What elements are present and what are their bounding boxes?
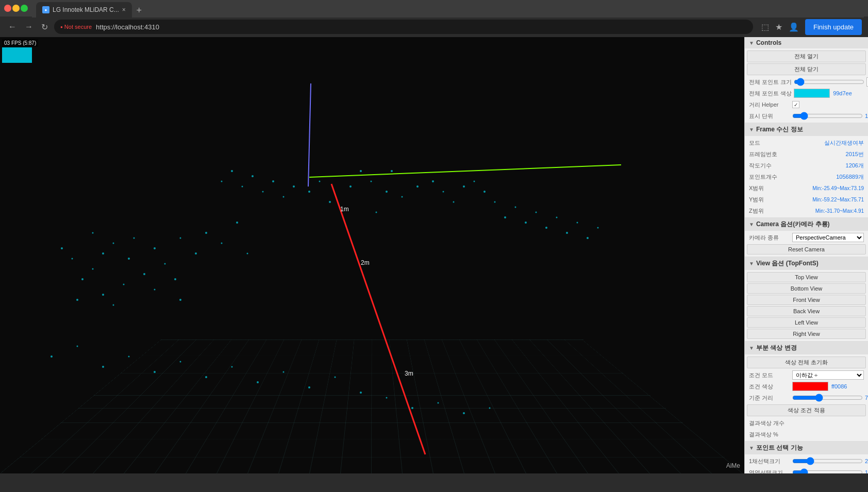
address-bar[interactable]: Not secure https://localhost:4310 <box>54 20 753 34</box>
window-minimize-btn[interactable] <box>12 5 20 12</box>
camera-section: ▼ Camera 옵션(카메라 추룡) 카메라 종류 PerspectiveCa… <box>745 218 868 257</box>
camera-type-select[interactable]: PerspectiveCamera <box>792 233 864 242</box>
color-section-header[interactable]: ▼ 부분 색상 변경 <box>745 342 868 354</box>
svg-point-41 <box>483 191 486 193</box>
view-section-header[interactable]: ▼ View 옵션 (TopFontS) <box>745 257 868 270</box>
view-title: View 옵션 (TopFontS) <box>756 259 819 268</box>
open-all-btn[interactable]: 전체 열기 <box>747 50 866 62</box>
point-chevron: ▼ <box>749 445 754 451</box>
frame-content: 모드 실시간재생여부 프레임번호 2015번 작도기수 1206개 포인트개수 … <box>745 136 868 217</box>
apply-condition-btn[interactable]: 색상 조건 적용 <box>747 404 866 416</box>
condition-color-value: ff0086 <box>831 383 847 389</box>
view-chevron: ▼ <box>749 261 754 266</box>
point-count-row: 작도기수 1206개 <box>745 160 868 171</box>
svg-point-65 <box>360 392 362 394</box>
svg-point-35 <box>360 170 362 172</box>
point-cloud-svg: 1m 2m 3m <box>0 37 744 473</box>
condition-mode-select[interactable]: 이하값 ÷ <box>792 370 864 380</box>
svg-point-49 <box>566 232 568 234</box>
svg-point-38 <box>453 201 455 203</box>
controls-title: Controls <box>756 39 781 46</box>
svg-point-44 <box>515 207 516 208</box>
area-select-slider[interactable] <box>792 468 863 473</box>
active-tab[interactable]: ● LG Innotek MLiDAR C... × <box>36 2 132 18</box>
back-view-btn[interactable]: Back View <box>747 306 866 316</box>
svg-point-76 <box>272 180 274 182</box>
window-close-btn[interactable] <box>4 5 11 12</box>
mode-label: 모드 <box>749 139 790 147</box>
tab-close-btn[interactable]: × <box>122 6 126 13</box>
3d-canvas[interactable]: 1m 2m 3m <box>0 37 744 473</box>
fps-graph <box>2 47 32 63</box>
nav-actions: ⬚ ★ 👤 Finish update <box>761 19 862 35</box>
top-view-btn[interactable]: Top View <box>747 272 866 282</box>
refresh-btn[interactable]: ↻ <box>39 20 50 34</box>
point-total-value: 1056889개 <box>792 173 864 181</box>
controls-header[interactable]: ▼ Controls <box>745 37 868 48</box>
svg-point-55 <box>102 366 104 368</box>
condition-mode-row: 조건 모드 이하값 ÷ <box>745 369 868 381</box>
back-btn[interactable]: ← <box>6 20 19 33</box>
base-distance-slider[interactable] <box>792 393 863 402</box>
svg-point-14 <box>61 247 63 249</box>
svg-point-37 <box>391 170 393 172</box>
new-tab-btn[interactable]: + <box>132 3 146 18</box>
svg-point-59 <box>205 376 207 378</box>
point-size-slider[interactable] <box>794 77 864 87</box>
camera-content: 카메라 종류 PerspectiveCamera Reset Camera <box>745 231 868 257</box>
point-total-label: 포인트개수 <box>749 173 790 181</box>
svg-point-57 <box>154 371 156 373</box>
right-view-btn[interactable]: Right View <box>747 329 866 339</box>
distance-helper-label: 거리 Helper <box>749 101 790 109</box>
camera-section-header[interactable]: ▼ Camera 옵션(카메라 추룡) <box>745 218 868 231</box>
point-color-row: 전체 포인트 색상 99d7ee <box>745 88 868 99</box>
svg-point-10 <box>123 284 125 285</box>
color-reset-btn[interactable]: 색상 전체 초기화 <box>747 357 866 368</box>
profile-icon[interactable]: 👤 <box>789 22 799 32</box>
reset-camera-btn[interactable]: Reset Camera <box>747 244 866 255</box>
display-unit-slider[interactable] <box>792 111 863 121</box>
x-range-value: Min:-25.49~Max:73.19 <box>792 185 864 191</box>
condition-color-swatch[interactable] <box>792 382 828 391</box>
cast-icon[interactable]: ⬚ <box>761 22 769 32</box>
left-view-btn[interactable]: Left View <box>747 317 866 328</box>
close-all-btn[interactable]: 전체 닫기 <box>747 63 866 75</box>
svg-point-75 <box>262 191 264 193</box>
view-content: Top View Bottom View Front View Back Vie… <box>745 270 868 341</box>
view-section: ▼ View 옵션 (TopFontS) Top View Bottom Vie… <box>745 257 868 342</box>
svg-point-19 <box>102 294 104 296</box>
svg-point-68 <box>438 402 439 404</box>
svg-point-56 <box>128 356 130 358</box>
result-count-row: 결과색상 개수 <box>745 417 868 429</box>
point-color-label: 전체 포인트 색상 <box>749 90 792 97</box>
svg-point-77 <box>283 196 285 198</box>
finish-update-button[interactable]: Finish update <box>805 19 862 35</box>
result-count-label: 결과색상 개수 <box>749 419 790 427</box>
svg-point-78 <box>293 185 295 188</box>
point-section-header[interactable]: ▼ 포인트 선택 기능 <box>745 442 868 454</box>
svg-point-9 <box>195 252 197 255</box>
controls-content: 전체 열기 전체 닫기 전체 포인트 크기 0.005 전체 포인트 색상 99… <box>745 48 868 123</box>
y-range-value: Min:-59.22~Max:75.71 <box>792 197 864 202</box>
right-panel: ▼ Controls 전체 열기 전체 닫기 전체 포인트 크기 0.005 전… <box>744 37 868 473</box>
front-view-btn[interactable]: Front View <box>747 295 866 305</box>
frame-no-row: 프레임번호 2015번 <box>745 148 868 160</box>
frame-title: Frame 수신 정보 <box>756 125 803 134</box>
y-range-row: Y범위 Min:-59.22~Max:75.71 <box>745 194 868 205</box>
bookmark-icon[interactable]: ★ <box>775 22 782 32</box>
svg-point-72 <box>231 170 233 172</box>
distance-helper-checkbox[interactable]: ✓ <box>792 101 799 108</box>
svg-point-22 <box>154 289 156 291</box>
select-size-slider[interactable] <box>792 456 863 466</box>
window-maximize-btn[interactable] <box>21 5 28 12</box>
svg-point-7 <box>164 263 166 265</box>
point-color-swatch[interactable] <box>794 89 830 98</box>
3d-viewport[interactable]: 03 FPS (5:87) <box>0 37 744 473</box>
display-unit-label: 표시 단위 <box>749 112 790 120</box>
bottom-view-btn[interactable]: Bottom View <box>747 283 866 294</box>
svg-point-27 <box>329 201 331 203</box>
forward-btn[interactable]: → <box>23 20 35 33</box>
frame-section-header[interactable]: ▼ Frame 수신 정보 <box>745 123 868 136</box>
security-indicator: Not secure <box>60 24 92 30</box>
window-controls <box>4 5 28 12</box>
